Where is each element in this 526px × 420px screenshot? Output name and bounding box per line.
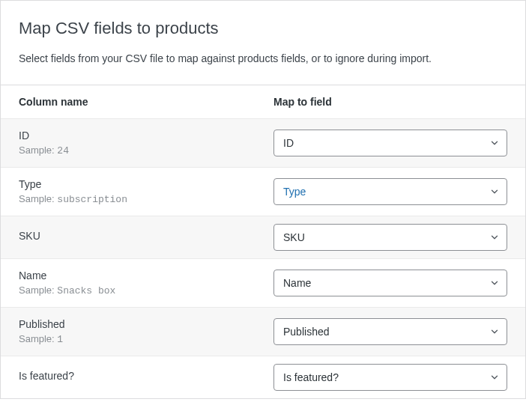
select-value[interactable]: ID xyxy=(273,130,507,156)
sample-label: Sample: xyxy=(19,333,55,344)
table-header: Column name Map to field xyxy=(1,85,525,118)
csv-mapping-card: Map CSV fields to products Select fields… xyxy=(0,0,526,399)
mapping-row: IDSample: 24ID xyxy=(1,118,525,167)
map-select-cell: ID xyxy=(273,130,507,156)
map-to-field-header: Map to field xyxy=(273,96,507,108)
map-select-cell: Type xyxy=(273,178,507,205)
column-name: Name xyxy=(19,270,273,281)
map-to-field-select[interactable]: SKU xyxy=(273,224,507,251)
sample-label: Sample: xyxy=(19,284,55,296)
column-info: PublishedSample: 1 xyxy=(19,318,273,345)
sample-value: 1 xyxy=(57,334,63,345)
select-value[interactable]: Published xyxy=(273,318,507,345)
select-value[interactable]: Type xyxy=(273,178,507,205)
column-info: NameSample: Snacks box xyxy=(19,270,273,296)
column-name-header: Column name xyxy=(19,96,273,108)
page-subtitle: Select fields from your CSV file to map … xyxy=(19,52,507,67)
mapping-row: NameSample: Snacks boxName xyxy=(1,258,525,307)
page-title: Map CSV fields to products xyxy=(19,19,507,38)
sample-value: Snacks box xyxy=(57,285,115,296)
map-to-field-select[interactable]: Published xyxy=(273,318,507,345)
sample-label: Sample: xyxy=(19,193,55,204)
map-select-cell: Is featured? xyxy=(273,364,507,391)
map-select-cell: Published xyxy=(273,318,507,345)
column-sample: Sample: 24 xyxy=(19,144,273,156)
map-to-field-select[interactable]: Name xyxy=(273,270,507,296)
mapping-row: TypeSample: subscriptionType xyxy=(1,167,525,216)
column-name: ID xyxy=(19,130,273,141)
sample-label: Sample: xyxy=(19,144,55,156)
map-select-cell: Name xyxy=(273,270,507,296)
mapping-rows: IDSample: 24IDTypeSample: subscriptionTy… xyxy=(1,118,525,398)
column-sample: Sample: 1 xyxy=(19,333,273,345)
map-to-field-select[interactable]: Type xyxy=(273,178,507,205)
mapping-row: SKUSKU xyxy=(1,216,525,258)
sample-value: subscription xyxy=(57,194,127,205)
select-value[interactable]: SKU xyxy=(273,224,507,251)
column-sample: Sample: Snacks box xyxy=(19,284,273,296)
mapping-row: Is featured?Is featured? xyxy=(1,356,525,398)
column-name: SKU xyxy=(19,230,273,242)
column-info: Is featured? xyxy=(19,370,273,385)
select-value[interactable]: Is featured? xyxy=(273,364,507,391)
sample-value: 24 xyxy=(57,145,69,156)
mapping-row: PublishedSample: 1Published xyxy=(1,307,525,356)
map-to-field-select[interactable]: ID xyxy=(273,130,507,156)
card-header: Map CSV fields to products Select fields… xyxy=(1,1,525,85)
column-name: Published xyxy=(19,318,273,330)
column-name: Is featured? xyxy=(19,370,273,382)
column-info: SKU xyxy=(19,230,273,245)
column-info: TypeSample: subscription xyxy=(19,178,273,205)
column-info: IDSample: 24 xyxy=(19,130,273,156)
select-value[interactable]: Name xyxy=(273,270,507,296)
column-sample: Sample: subscription xyxy=(19,193,273,205)
map-select-cell: SKU xyxy=(273,224,507,251)
map-to-field-select[interactable]: Is featured? xyxy=(273,364,507,391)
column-name: Type xyxy=(19,178,273,190)
